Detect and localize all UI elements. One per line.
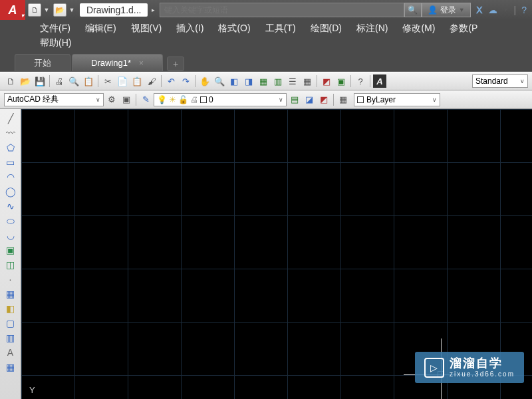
menu-modify[interactable]: 修改(M) — [402, 23, 435, 35]
menu-bar: 文件(F) 编辑(E) 视图(V) 插入(I) 格式(O) 工具(T) 绘图(D… — [0, 20, 532, 52]
cloud-icon[interactable]: ☁ — [488, 5, 497, 15]
point-icon[interactable]: · — [3, 273, 18, 286]
publish-icon[interactable]: 📋 — [82, 74, 95, 88]
calc-icon[interactable]: ▦ — [301, 74, 314, 88]
help-icon[interactable]: ? — [354, 74, 367, 88]
menu-edit[interactable]: 编辑(E) — [85, 23, 116, 35]
tool-palette-icon[interactable]: ▥ — [271, 74, 285, 88]
match-prop-icon[interactable]: 🖌 — [145, 74, 158, 88]
chevron-down-icon[interactable]: ▼ — [503, 7, 509, 13]
watermark-url: zixue.3d66.com — [450, 370, 515, 378]
layer-props-icon[interactable]: ✎ — [139, 93, 152, 106]
color-value: ByLayer — [366, 95, 396, 104]
menu-draw[interactable]: 绘图(D) — [311, 23, 342, 35]
workspace-combo[interactable]: AutoCAD 经典 ∨ — [4, 93, 104, 106]
pan-icon[interactable]: ✋ — [198, 74, 211, 88]
cut-icon[interactable]: ✂ — [101, 74, 114, 88]
workspace-value: AutoCAD 经典 — [7, 94, 59, 105]
menu-format[interactable]: 格式(O) — [218, 23, 250, 35]
mtext-icon[interactable]: A — [3, 346, 18, 359]
menu-help[interactable]: 帮助(H) — [40, 37, 71, 49]
tab-add-button[interactable]: + — [167, 57, 184, 71]
tab-close-button[interactable]: × — [139, 59, 144, 68]
properties-icon[interactable]: ☰ — [286, 74, 299, 88]
open-file-dropdown[interactable]: ▼ — [68, 7, 76, 13]
gear-icon[interactable]: ⚙ — [105, 93, 118, 106]
menu-tools[interactable]: 工具(T) — [265, 23, 296, 35]
zoom-icon[interactable]: 🔍 — [213, 74, 226, 88]
make-block-icon[interactable]: ◫ — [3, 258, 18, 271]
text-style-icon[interactable]: A — [373, 74, 386, 88]
save-icon[interactable]: 💾 — [33, 74, 47, 88]
redo-icon[interactable]: ↷ — [179, 74, 192, 88]
text-style-combo[interactable]: Standard ∨ — [472, 74, 528, 88]
layer-state-icon[interactable]: ▤ — [288, 93, 301, 106]
exchange-icon[interactable]: Ⅹ — [476, 5, 483, 15]
color-combo[interactable]: ByLayer ∨ — [354, 93, 440, 106]
rectangle-icon[interactable]: ▭ — [3, 156, 18, 169]
search-button[interactable]: 🔍 — [404, 3, 422, 17]
preview-icon[interactable]: 🔍 — [67, 74, 80, 88]
separator — [161, 75, 162, 87]
arc-icon[interactable]: ◠ — [3, 170, 18, 184]
copy-icon[interactable]: 📄 — [116, 74, 129, 88]
menu-parametric[interactable]: 参数(P — [450, 23, 477, 35]
user-icon: 👤 — [428, 5, 438, 15]
menu-dimension[interactable]: 标注(N) — [356, 23, 388, 35]
draw-toolbar: ╱ 〰 ⬠ ▭ ◠ ◯ ∿ ⬭ ◡ ▣ ◫ · ▦ ◧ ▢ ▥ A ▦ — [0, 109, 21, 399]
menu-view[interactable]: 视图(V) — [131, 23, 162, 35]
login-button[interactable]: 👤 登录 ▼ — [422, 3, 471, 17]
polygon-icon[interactable]: ⬠ — [3, 141, 18, 154]
title-dropdown[interactable]: ▸ — [149, 7, 157, 13]
polyline-icon[interactable]: 〰 — [3, 126, 18, 140]
line-icon[interactable]: ╱ — [3, 112, 18, 125]
tab-label: Drawing1* — [91, 58, 131, 68]
layer-iso-icon[interactable]: ◪ — [303, 93, 316, 106]
ellipse-arc-icon[interactable]: ◡ — [3, 229, 18, 242]
add-selected-icon[interactable]: ▦ — [3, 360, 18, 374]
new-icon[interactable]: 🗋 — [4, 74, 17, 88]
menu-file[interactable]: 文件(F) — [40, 23, 70, 35]
spline-icon[interactable]: ∿ — [3, 200, 18, 213]
search-input[interactable] — [160, 3, 404, 17]
tab-label: 开始 — [34, 57, 51, 69]
gradient-icon[interactable]: ◧ — [3, 302, 18, 315]
zoom-prev-icon[interactable]: ◨ — [242, 74, 255, 88]
open-file-button[interactable]: 📂 — [53, 3, 66, 17]
watermark-title: 溜溜自学 — [450, 357, 515, 370]
ellipse-icon[interactable]: ⬭ — [3, 214, 18, 227]
chevron-down-icon: ∨ — [520, 78, 525, 84]
layer-off-icon[interactable]: ◩ — [317, 93, 331, 106]
workspace: ╱ 〰 ⬠ ▭ ◠ ◯ ∿ ⬭ ◡ ▣ ◫ · ▦ ◧ ▢ ▥ A ▦ Y ▷ … — [0, 109, 532, 399]
undo-icon[interactable]: ↶ — [164, 74, 178, 88]
new-file-button[interactable]: 🗋 — [28, 3, 41, 17]
table-icon[interactable]: ▥ — [3, 331, 18, 344]
chevron-down-icon: ∨ — [279, 96, 283, 103]
print-icon[interactable]: 🖨 — [53, 74, 66, 88]
circle-icon[interactable]: ◯ — [3, 185, 18, 198]
new-file-dropdown[interactable]: ▼ — [43, 7, 51, 13]
drawing-canvas[interactable]: Y ▷ 溜溜自学 zixue.3d66.com — [21, 109, 532, 399]
binoculars-icon: 🔍 — [408, 5, 418, 15]
workspace-save-icon[interactable]: ▣ — [120, 93, 133, 106]
app-logo[interactable]: A — [0, 0, 25, 20]
sheet-icon[interactable]: ▦ — [257, 74, 270, 88]
menu-insert[interactable]: 插入(I) — [176, 23, 203, 35]
tab-drawing1[interactable]: Drawing1* × — [72, 54, 163, 71]
layer-match-icon[interactable]: ▦ — [336, 93, 350, 106]
zoom-window-icon[interactable]: ◧ — [227, 74, 241, 88]
paste-icon[interactable]: 📋 — [130, 74, 144, 88]
separator — [136, 94, 136, 106]
xref-icon[interactable]: ◩ — [320, 74, 333, 88]
insert-block-icon[interactable]: ▣ — [3, 243, 18, 257]
tab-start[interactable]: 开始 — [15, 54, 70, 71]
help-icon[interactable]: ? — [521, 5, 527, 15]
hatch-icon[interactable]: ▦ — [3, 287, 18, 301]
separator — [333, 94, 334, 106]
ucs-icon: Y — [29, 385, 35, 395]
watermark: ▷ 溜溜自学 zixue.3d66.com — [415, 352, 524, 383]
layer-combo[interactable]: 💡 ☀ 🔓 🖨 0 ∨ — [154, 93, 287, 106]
open-icon[interactable]: 📂 — [19, 74, 32, 88]
region-icon[interactable]: ▢ — [3, 317, 18, 330]
block-icon[interactable]: ▣ — [334, 74, 348, 88]
